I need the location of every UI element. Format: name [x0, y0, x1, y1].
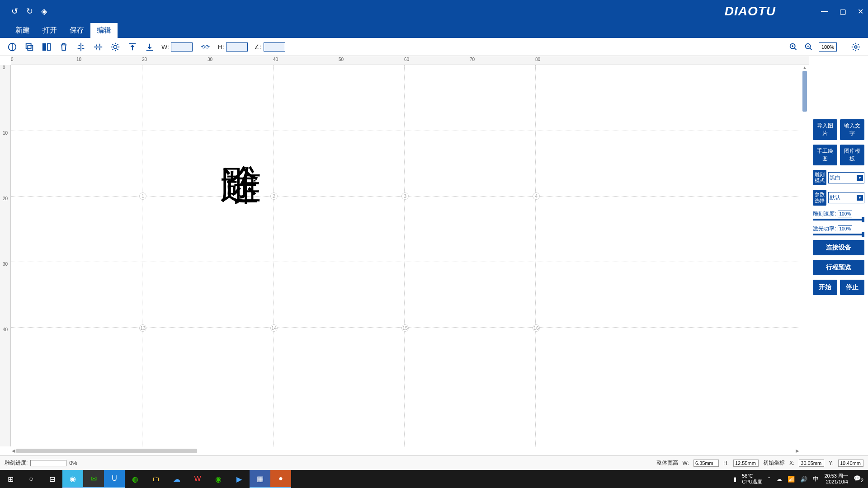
target-icon[interactable]: ◈ — [41, 6, 47, 16]
task-view-icon[interactable]: ⊟ — [42, 470, 62, 488]
svg-rect-4 — [47, 43, 50, 50]
menu-save[interactable]: 保存 — [63, 23, 90, 38]
grid-marker: 1 — [139, 192, 146, 200]
statusbar: 雕刻进度: 0% 整体宽高 W: H: 初始坐标 X: Y: — [0, 455, 868, 470]
grid-marker: 2 — [270, 192, 278, 200]
redo-icon[interactable]: ↻ — [26, 6, 33, 16]
align-bottom-icon[interactable] — [144, 42, 155, 52]
delete-icon[interactable] — [58, 42, 69, 52]
undo-icon[interactable]: ↺ — [11, 6, 18, 16]
gallery-button[interactable]: 图库模板 — [840, 145, 864, 165]
maximize-icon[interactable]: ▢ — [840, 7, 846, 16]
start-button[interactable]: 开始 — [813, 280, 837, 295]
svg-rect-3 — [43, 43, 46, 50]
taskbar-app-music[interactable]: ◉ — [208, 470, 229, 488]
status-y-input[interactable] — [838, 460, 863, 467]
align-top-icon[interactable] — [127, 42, 138, 52]
sidebar: 导入图片 输入文字 手工绘图 图库模板 雕刻 模式 黑白▼ 参数 选择 默认▼ … — [809, 56, 868, 455]
svg-rect-1 — [26, 43, 31, 48]
initial-coord-label: 初始坐标 — [763, 459, 785, 467]
link-lock-icon[interactable]: ⟲⟳ — [201, 44, 210, 50]
import-image-button[interactable]: 导入图片 — [813, 119, 837, 140]
settings-icon[interactable] — [850, 42, 861, 52]
zoom-out-icon[interactable] — [803, 42, 814, 52]
connect-device-button[interactable]: 连接设备 — [813, 240, 864, 255]
taskbar-app-browser[interactable]: ◉ — [62, 470, 83, 488]
grid-marker: 13 — [139, 324, 146, 332]
cpu-temp[interactable]: 56℃ CPU温度 — [742, 473, 762, 485]
grid-marker: 14 — [270, 324, 278, 332]
minimize-icon[interactable]: — — [821, 7, 828, 16]
scroll-thumb[interactable] — [16, 449, 197, 453]
app-logo: DIAOTU — [725, 4, 776, 19]
status-x-input[interactable] — [799, 460, 824, 467]
engrave-mode-select[interactable]: 黑白▼ — [828, 172, 864, 183]
brightness-icon[interactable] — [110, 42, 121, 52]
param-select[interactable]: 默认▼ — [828, 192, 864, 203]
zoom-in-icon[interactable] — [788, 42, 799, 52]
stop-button[interactable]: 停止 — [840, 280, 864, 295]
status-h-input[interactable] — [733, 460, 759, 467]
status-y-label: Y: — [829, 460, 834, 466]
close-icon[interactable]: ✕ — [858, 7, 863, 16]
start-menu-icon[interactable]: ⊞ — [0, 470, 21, 488]
tray-expand-icon[interactable]: ˄ — [768, 476, 771, 483]
chevron-down-icon: ▼ — [857, 175, 863, 181]
align-center-h-icon[interactable] — [75, 42, 86, 52]
taskbar-app-current[interactable]: ▦ — [250, 470, 270, 488]
wifi-icon[interactable]: 📶 — [788, 476, 795, 483]
taskbar-app-blue[interactable]: U — [104, 470, 125, 488]
scroll-up-icon[interactable]: ▲ — [802, 65, 807, 70]
scroll-right-icon[interactable]: ▶ — [795, 448, 800, 454]
cortana-icon[interactable]: ○ — [21, 470, 42, 488]
taskbar-app-wps[interactable]: W — [187, 470, 208, 488]
canvas[interactable]: 1 2 3 4 13 14 15 16 雕途 ↖ — [11, 65, 800, 446]
hand-draw-button[interactable]: 手工绘图 — [813, 145, 837, 165]
vertical-scrollbar[interactable]: ▲ — [802, 65, 807, 446]
notification-icon[interactable]: 💬2 — [854, 475, 863, 483]
ime-indicator[interactable]: 中 — [813, 475, 819, 483]
speed-slider[interactable] — [813, 219, 864, 221]
status-w-input[interactable] — [693, 460, 719, 467]
menu-open[interactable]: 打开 — [36, 23, 63, 38]
taskbar-app-record[interactable]: ● — [270, 470, 291, 488]
engrave-mode-label: 雕刻 模式 — [813, 170, 826, 185]
overall-size-label: 整体宽高 — [656, 459, 678, 467]
taskbar-app-baidu[interactable]: ☁ — [166, 470, 187, 488]
progress-bar — [30, 460, 66, 466]
menu-new[interactable]: 新建 — [9, 23, 36, 38]
input-text-button[interactable]: 输入文字 — [840, 119, 864, 140]
power-label: 激光功率: — [813, 225, 836, 233]
taskbar-app-wechat[interactable]: ✉ — [83, 470, 104, 488]
svg-point-5 — [113, 45, 117, 48]
contrast-icon[interactable] — [7, 42, 18, 52]
scroll-left-icon[interactable]: ◀ — [11, 448, 16, 454]
angle-input[interactable] — [264, 42, 285, 52]
battery-icon[interactable]: ▮ — [733, 476, 736, 483]
width-input[interactable] — [171, 42, 193, 52]
taskbar-app-explorer[interactable]: 🗀 — [146, 470, 166, 488]
power-slider[interactable] — [813, 234, 864, 235]
toolbar: W: ⟲⟳ H: ∠: — [0, 38, 868, 56]
scroll-thumb[interactable] — [802, 71, 807, 112]
volume-icon[interactable]: 🔊 — [800, 476, 807, 483]
horizontal-scrollbar[interactable]: ◀ ▶ — [11, 448, 800, 454]
zoom-input[interactable] — [819, 42, 837, 52]
flip-h-icon[interactable] — [41, 42, 52, 52]
speed-label: 雕刻速度: — [813, 210, 836, 218]
cloud-icon[interactable]: ☁ — [776, 476, 782, 483]
align-center-v-icon[interactable] — [93, 42, 104, 52]
taskbar-app-player[interactable]: ▶ — [229, 470, 250, 488]
windows-taskbar: ⊞ ○ ⊟ ◉ ✉ U ◍ 🗀 ☁ W ◉ ▶ ▦ ● ▮ 56℃ CPU温度 … — [0, 470, 868, 488]
clock[interactable]: 20:53 周一 2021/10/4 — [824, 473, 848, 485]
height-input[interactable] — [226, 42, 248, 52]
grid-marker: 4 — [533, 192, 540, 200]
taskbar-app-360[interactable]: ◍ — [125, 470, 146, 488]
grid-marker: 16 — [533, 324, 540, 332]
ruler-horizontal: 0 10 20 30 40 50 60 70 80 — [11, 56, 809, 65]
menu-edit[interactable]: 编辑 — [90, 23, 118, 38]
preview-path-button[interactable]: 行程预览 — [813, 260, 864, 275]
status-h-label: H: — [723, 460, 729, 466]
copy-icon[interactable] — [24, 42, 35, 52]
canvas-area: 0 10 20 30 40 50 60 70 80 0 10 20 30 40 — [0, 56, 809, 455]
